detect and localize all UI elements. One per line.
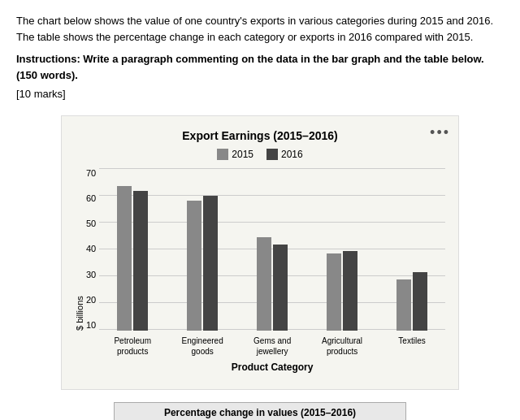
x-label-4: Textiles xyxy=(379,336,445,357)
bar-2016-4 xyxy=(413,272,427,330)
bars-area: PetroleumproductsEngineeredgoodsGems and… xyxy=(99,168,445,381)
instructions-text: Instructions: Write a paragraph commenti… xyxy=(16,51,504,83)
chart-container: ••• Export Earnings (2015–2016) 2015 201… xyxy=(61,115,459,390)
x-label-0: Petroleumproducts xyxy=(99,336,166,357)
table-wrapper-outer: Percentage change in values (2015–2016) … xyxy=(16,402,504,421)
chart-body: $ billions 70 60 50 40 30 20 10 Petroleu… xyxy=(75,168,445,381)
legend-2015-box xyxy=(217,149,228,160)
x-label-1: Engineeredgoods xyxy=(169,336,236,357)
legend-2016-box xyxy=(266,149,278,160)
bar-2016-3 xyxy=(343,251,358,330)
bar-group-1 xyxy=(169,196,236,331)
marks-text: [10 marks] xyxy=(16,86,504,102)
chart-title: Export Earnings (2015–2016) xyxy=(75,129,445,142)
table-header: Percentage change in values (2015–2016) xyxy=(115,402,406,420)
bar-2015-2 xyxy=(257,237,271,330)
legend-2015-label: 2015 xyxy=(232,149,254,160)
chart-menu-icon[interactable]: ••• xyxy=(430,124,450,141)
bar-group-2 xyxy=(239,237,306,330)
bar-2016-1 xyxy=(203,196,218,331)
x-axis-title: Product Category xyxy=(99,362,445,373)
y-axis-values: 70 60 50 40 30 20 10 xyxy=(86,168,99,331)
bar-2015-4 xyxy=(396,279,411,331)
legend-2015: 2015 xyxy=(217,149,254,160)
intro-description: The chart below shows the value of one c… xyxy=(16,13,504,45)
bar-2016-2 xyxy=(273,245,288,331)
bar-group-4 xyxy=(379,272,445,330)
x-axis-labels: PetroleumproductsEngineeredgoodsGems and… xyxy=(99,336,445,357)
percentage-table: Percentage change in values (2015–2016) … xyxy=(114,402,406,421)
bar-group-3 xyxy=(309,251,375,330)
chart-legend: 2015 2016 xyxy=(75,149,445,160)
legend-2016-label: 2016 xyxy=(281,149,303,160)
bars-row xyxy=(99,168,445,331)
bar-2015-3 xyxy=(327,253,341,330)
x-label-3: Agriculturalproducts xyxy=(309,336,375,357)
bar-2015-1 xyxy=(187,201,202,331)
bar-group-0 xyxy=(99,186,166,330)
legend-2016: 2016 xyxy=(266,149,303,160)
x-label-2: Gems andjewellery xyxy=(239,336,306,357)
bar-2016-0 xyxy=(133,191,148,330)
y-axis-label: $ billions xyxy=(75,168,84,331)
bar-2015-0 xyxy=(117,186,132,330)
